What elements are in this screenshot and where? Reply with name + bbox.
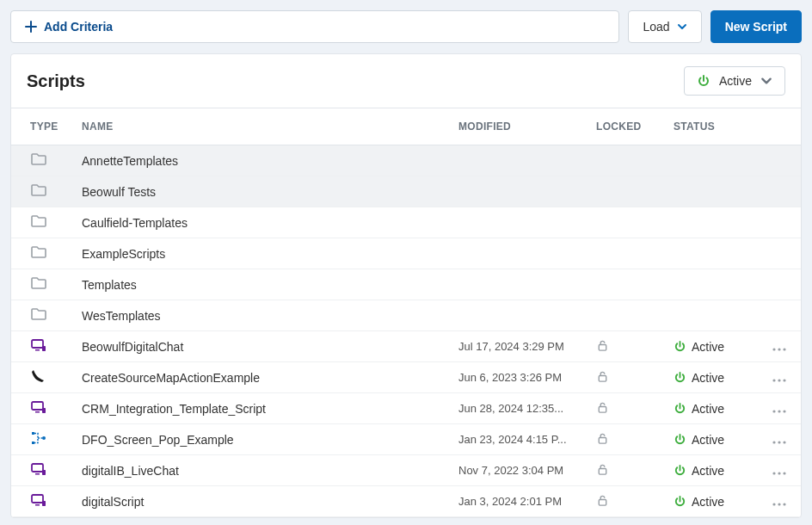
table-row[interactable]: DFO_Screen_Pop_ExampleJan 23, 2024 4:15 …: [11, 424, 801, 455]
row-name: WesTemplates: [71, 300, 448, 331]
row-modified: Jun 28, 2024 12:35...: [448, 393, 586, 424]
svg-rect-33: [35, 504, 40, 506]
svg-rect-1: [35, 349, 40, 351]
row-actions-button: [758, 176, 801, 207]
lock-icon: [586, 300, 663, 331]
table-row[interactable]: Beowulf Tests: [11, 176, 801, 207]
folder-icon: [11, 207, 71, 238]
row-status: Active: [663, 362, 758, 393]
col-status[interactable]: STATUS: [663, 108, 801, 145]
new-script-button[interactable]: New Script: [710, 10, 802, 43]
row-modified: Jan 23, 2024 4:15 P...: [448, 424, 586, 455]
row-status: [663, 269, 758, 300]
table-row[interactable]: WesTemplates: [11, 300, 801, 331]
svg-point-29: [772, 472, 775, 474]
chat-icon: [11, 486, 71, 517]
load-label: Load: [643, 20, 669, 34]
lock-icon: [586, 269, 663, 300]
scripts-panel: Scripts Active TYPE NAME MODIFIED LOCKED…: [10, 53, 802, 518]
row-status: Active: [663, 393, 758, 424]
load-button[interactable]: Load: [628, 10, 701, 43]
status-label: Active: [692, 340, 724, 354]
chat-icon: [11, 455, 71, 486]
row-status: Active: [663, 455, 758, 486]
status-filter-dropdown[interactable]: Active: [684, 66, 785, 96]
status-label: Active: [692, 402, 724, 416]
svg-point-23: [778, 441, 780, 443]
row-modified: Jul 17, 2024 3:29 PM: [448, 331, 586, 362]
power-icon: [674, 340, 686, 353]
chevron-down-icon: [760, 75, 772, 87]
folder-icon: [11, 176, 71, 207]
row-actions-button[interactable]: [758, 393, 801, 424]
table-row[interactable]: BeowulfDigitalChatJul 17, 2024 3:29 PMAc…: [11, 331, 801, 362]
svg-point-17: [783, 410, 785, 412]
row-actions-button: [758, 207, 801, 238]
table-row[interactable]: CreateSourceMapActionExampleJun 6, 2023 …: [11, 362, 801, 393]
chevron-down-icon: [677, 22, 687, 32]
svg-point-5: [778, 348, 780, 350]
row-actions-button[interactable]: [758, 486, 801, 517]
svg-point-9: [778, 379, 780, 381]
row-actions-button[interactable]: [758, 455, 801, 486]
power-icon: [674, 433, 686, 446]
lock-icon: [586, 393, 663, 424]
table-row[interactable]: Templates: [11, 269, 801, 300]
row-actions-button[interactable]: [758, 424, 801, 455]
svg-rect-19: [32, 442, 34, 444]
status-label: Active: [692, 495, 724, 509]
lock-icon: [586, 145, 663, 176]
svg-rect-34: [42, 501, 46, 506]
svg-rect-7: [599, 375, 606, 381]
row-modified: [448, 238, 586, 269]
col-type[interactable]: TYPE: [11, 108, 71, 145]
page-title: Scripts: [27, 71, 85, 91]
row-status: Active: [663, 486, 758, 517]
row-actions-button[interactable]: [758, 331, 801, 362]
col-name[interactable]: NAME: [71, 108, 448, 145]
table-row[interactable]: CRM_Integration_Template_ScriptJun 28, 2…: [11, 393, 801, 424]
lock-icon: [586, 486, 663, 517]
svg-rect-27: [42, 470, 46, 475]
svg-point-22: [772, 441, 775, 443]
table-row[interactable]: digitalIB_LiveChatNov 7, 2022 3:04 PMAct…: [11, 455, 801, 486]
more-icon: [772, 503, 786, 506]
power-icon: [674, 464, 686, 477]
row-name: CRM_Integration_Template_Script: [71, 393, 448, 424]
more-icon: [772, 410, 786, 413]
lock-icon: [586, 176, 663, 207]
lock-icon: [586, 362, 663, 393]
svg-rect-26: [35, 473, 40, 475]
add-criteria-button[interactable]: Add Criteria: [10, 10, 619, 43]
svg-point-20: [42, 436, 46, 440]
folder-icon: [11, 145, 71, 176]
chat-icon: [11, 331, 71, 362]
row-actions-button: [758, 300, 801, 331]
row-name: CreateSourceMapActionExample: [71, 362, 448, 393]
power-icon: [674, 371, 686, 384]
row-actions-button[interactable]: [758, 362, 801, 393]
svg-rect-35: [599, 499, 606, 505]
table-row[interactable]: digitalScriptJan 3, 2024 2:01 PMActive: [11, 486, 801, 517]
svg-rect-3: [599, 344, 606, 350]
row-name: BeowulfDigitalChat: [71, 331, 448, 362]
row-name: Caulfield-Templates: [71, 207, 448, 238]
svg-point-8: [772, 379, 775, 381]
svg-rect-21: [599, 437, 606, 443]
power-icon: [697, 74, 710, 88]
table-row[interactable]: AnnetteTemplates: [11, 145, 801, 176]
row-status: [663, 176, 758, 207]
svg-rect-14: [599, 406, 606, 412]
phone-icon: [11, 362, 71, 393]
table-row[interactable]: Caulfield-Templates: [11, 207, 801, 238]
svg-point-4: [772, 348, 775, 350]
svg-point-38: [783, 503, 785, 505]
folder-icon: [11, 300, 71, 331]
col-locked[interactable]: LOCKED: [586, 108, 663, 145]
row-status: Active: [663, 424, 758, 455]
col-modified[interactable]: MODIFIED: [448, 108, 586, 145]
status-filter-label: Active: [719, 74, 752, 88]
scripts-table: TYPE NAME MODIFIED LOCKED STATUS Annette…: [11, 108, 801, 517]
table-row[interactable]: ExampleScripts: [11, 238, 801, 269]
svg-point-15: [772, 410, 775, 412]
